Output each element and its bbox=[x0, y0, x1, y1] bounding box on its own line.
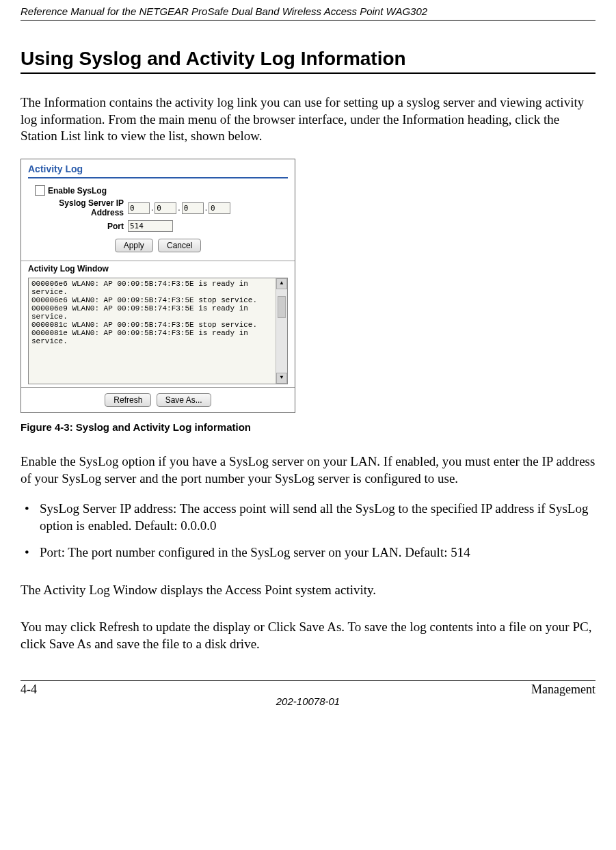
activity-log-screenshot: Activity Log Enable SysLog Syslog Server… bbox=[21, 159, 295, 413]
log-content: 000006e6 WLAN0: AP 00:09:5B:74:F3:5E is … bbox=[31, 280, 257, 345]
port-label: Port bbox=[28, 222, 124, 231]
bullet-port: Port: The port number configured in the … bbox=[21, 544, 595, 561]
cancel-button[interactable]: Cancel bbox=[158, 239, 201, 252]
paragraph-2: The Activity Log Window displays the Acc… bbox=[21, 582, 595, 599]
dot-separator: . bbox=[151, 203, 153, 213]
page-footer: 4-4 Management bbox=[21, 680, 595, 697]
enable-syslog-label: Enable SysLog bbox=[48, 186, 107, 196]
port-input[interactable] bbox=[128, 220, 173, 232]
apply-button[interactable]: Apply bbox=[115, 239, 153, 252]
scroll-down-icon[interactable]: ▼ bbox=[276, 373, 287, 384]
enable-syslog-checkbox[interactable] bbox=[35, 185, 45, 196]
dot-separator: . bbox=[205, 203, 207, 213]
ip-octet-3[interactable] bbox=[182, 202, 204, 214]
ip-address-label: Syslog Server IP Address bbox=[28, 198, 124, 217]
save-as-button[interactable]: Save As... bbox=[157, 393, 211, 407]
activity-log-textarea[interactable]: 000006e6 WLAN0: AP 00:09:5B:74:F3:5E is … bbox=[28, 278, 288, 384]
ip-octet-1[interactable] bbox=[128, 202, 150, 214]
activity-log-window-label: Activity Log Window bbox=[21, 261, 295, 275]
panel-title: Activity Log bbox=[21, 159, 295, 176]
figure-caption: Figure 4-3: Syslog and Activity Log info… bbox=[21, 421, 595, 433]
paragraph-3: You may click Refresh to update the disp… bbox=[21, 619, 595, 652]
running-header: Reference Manual for the NETGEAR ProSafe… bbox=[21, 0, 595, 21]
ip-octet-4[interactable] bbox=[209, 202, 230, 214]
section-heading: Using Syslog and Activity Log Informatio… bbox=[21, 48, 595, 74]
scroll-up-icon[interactable]: ▲ bbox=[276, 278, 287, 289]
divider bbox=[28, 177, 288, 178]
bullet-syslog-ip: SysLog Server IP address: The access poi… bbox=[21, 501, 595, 534]
footer-document-id: 202-10078-01 bbox=[21, 695, 595, 707]
dot-separator: . bbox=[178, 203, 180, 213]
refresh-button[interactable]: Refresh bbox=[105, 393, 151, 407]
scroll-thumb[interactable] bbox=[278, 296, 286, 318]
footer-section: Management bbox=[531, 682, 595, 697]
footer-page-number: 4-4 bbox=[21, 682, 37, 697]
intro-paragraph: The Information contains the activity lo… bbox=[21, 94, 595, 145]
scrollbar[interactable]: ▲▼ bbox=[276, 278, 287, 384]
paragraph-1: Enable the SysLog option if you have a S… bbox=[21, 453, 595, 487]
ip-octet-2[interactable] bbox=[155, 202, 176, 214]
